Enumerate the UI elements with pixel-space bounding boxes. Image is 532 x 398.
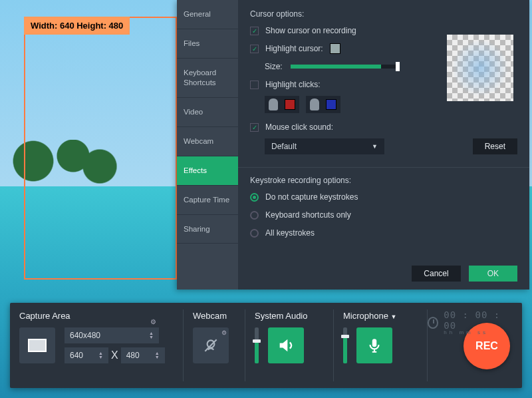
effects-pane: Cursor options: Show cursor on recording… <box>238 0 529 290</box>
tab-general[interactable]: General <box>177 0 238 29</box>
capture-width-value: 640 <box>70 351 83 360</box>
stepper-arrows-icon: ▲▼ <box>155 351 160 359</box>
capture-area-section: Capture Area 640x480 ▲▼ ⚙ 640 ▲▼ X <box>10 303 183 388</box>
capture-height-value: 480 <box>126 351 140 360</box>
timer-labels: hh mm ss <box>444 329 510 335</box>
microphone-section: Microphone ▼ <box>334 303 427 388</box>
click-sound-select[interactable]: Default ▼ <box>265 138 384 154</box>
highlight-cursor-label: Highlight cursor: <box>265 44 323 53</box>
microphone-icon <box>366 337 383 354</box>
keystroke-all-label: All keystrokes <box>265 228 315 238</box>
capture-preset-value: 640x480 <box>70 331 100 340</box>
tab-capture-time[interactable]: Capture Time <box>177 186 238 215</box>
keystroke-all-radio[interactable] <box>250 229 259 238</box>
show-cursor-checkbox[interactable] <box>250 27 259 35</box>
keystroke-options-title: Keystroke recording options: <box>250 176 517 185</box>
system-audio-section: System Audio <box>245 303 333 388</box>
timer-display: 00 : 00 : 00 hh mm ss <box>428 309 510 335</box>
tab-keyboard-shortcuts[interactable]: Keyboard Shortcuts <box>177 59 238 98</box>
size-label: Size: <box>265 62 283 71</box>
webcam-toggle-button[interactable]: ⚙ <box>193 327 229 363</box>
capture-width-input[interactable]: 640 ▲▼ <box>65 347 108 363</box>
tab-video[interactable]: Video <box>177 98 238 127</box>
system-audio-title: System Audio <box>255 311 324 321</box>
clock-icon[interactable] <box>428 317 438 329</box>
click-sound-label: Mouse click sound: <box>265 122 333 132</box>
highlight-cursor-checkbox[interactable] <box>250 45 259 53</box>
tab-sharing[interactable]: Sharing <box>177 215 238 244</box>
cursor-size-slider[interactable] <box>291 65 397 69</box>
cancel-button[interactable]: Cancel <box>412 266 460 282</box>
keystroke-shortcuts-label: Keyboard shortcuts only <box>265 210 351 220</box>
microphone-title: Microphone ▼ <box>343 311 418 321</box>
settings-tabs: General Files Keyboard Shortcuts Video W… <box>177 0 238 290</box>
chevron-down-icon[interactable]: ▼ <box>391 313 397 320</box>
control-bar: Capture Area 640x480 ▲▼ ⚙ 640 ▲▼ X <box>10 303 522 388</box>
left-click-swatch[interactable] <box>285 99 295 110</box>
gear-icon[interactable]: ⚙ <box>150 318 156 325</box>
cursor-options-title: Cursor options: <box>250 9 517 19</box>
reset-button[interactable]: Reset <box>473 138 517 154</box>
capture-area-icon-button[interactable] <box>19 327 55 363</box>
webcam-section: Webcam ⚙ <box>184 303 245 388</box>
stepper-arrows-icon: ▲▼ <box>149 331 154 339</box>
show-cursor-label: Show cursor on recording <box>265 26 356 35</box>
chevron-down-icon: ▼ <box>372 143 378 150</box>
speaker-icon <box>277 336 295 355</box>
keystroke-none-radio[interactable] <box>250 193 259 202</box>
tab-files[interactable]: Files <box>177 29 238 59</box>
system-audio-volume-slider[interactable] <box>255 327 259 363</box>
svg-point-0 <box>207 340 215 347</box>
webcam-off-icon <box>202 337 219 354</box>
dimension-x-label: X <box>111 349 118 361</box>
microphone-volume-slider[interactable] <box>343 327 347 363</box>
screen-icon <box>28 339 47 352</box>
record-section: 00 : 00 : 00 hh mm ss REC <box>428 303 522 388</box>
microphone-toggle-button[interactable] <box>356 327 392 363</box>
timer-digits: 00 : 00 : 00 <box>444 309 500 331</box>
capture-height-input[interactable]: 480 ▲▼ <box>121 347 165 363</box>
ok-button[interactable]: OK <box>469 266 517 282</box>
mouse-icon <box>310 99 319 110</box>
click-sound-value: Default <box>271 142 297 151</box>
capture-preset-select[interactable]: 640x480 ▲▼ ⚙ <box>65 327 159 343</box>
highlight-color-swatch[interactable] <box>330 43 340 54</box>
svg-rect-2 <box>372 339 377 347</box>
keystroke-none-label: Do not capture keystrokes <box>265 192 358 202</box>
right-click-color[interactable] <box>306 96 340 113</box>
stepper-arrows-icon: ▲▼ <box>98 351 103 359</box>
highlight-clicks-label: Highlight clicks: <box>265 80 321 89</box>
capture-frame[interactable] <box>24 17 177 280</box>
right-click-swatch[interactable] <box>326 99 336 110</box>
system-audio-toggle-button[interactable] <box>268 327 304 363</box>
tab-effects[interactable]: Effects <box>177 156 238 186</box>
capture-dimensions-label: Width: 640 Height: 480 <box>24 17 130 35</box>
left-click-color[interactable] <box>265 96 299 113</box>
mouse-icon <box>269 99 278 110</box>
divider <box>238 167 529 168</box>
highlight-clicks-checkbox[interactable] <box>250 81 259 89</box>
cursor-preview <box>447 35 513 101</box>
gear-icon[interactable]: ⚙ <box>221 329 227 336</box>
click-sound-checkbox[interactable] <box>250 123 259 132</box>
tab-webcam[interactable]: Webcam <box>177 127 238 156</box>
keystroke-shortcuts-radio[interactable] <box>250 211 259 220</box>
settings-dialog: General Files Keyboard Shortcuts Video W… <box>177 0 529 290</box>
webcam-title: Webcam <box>193 311 235 321</box>
